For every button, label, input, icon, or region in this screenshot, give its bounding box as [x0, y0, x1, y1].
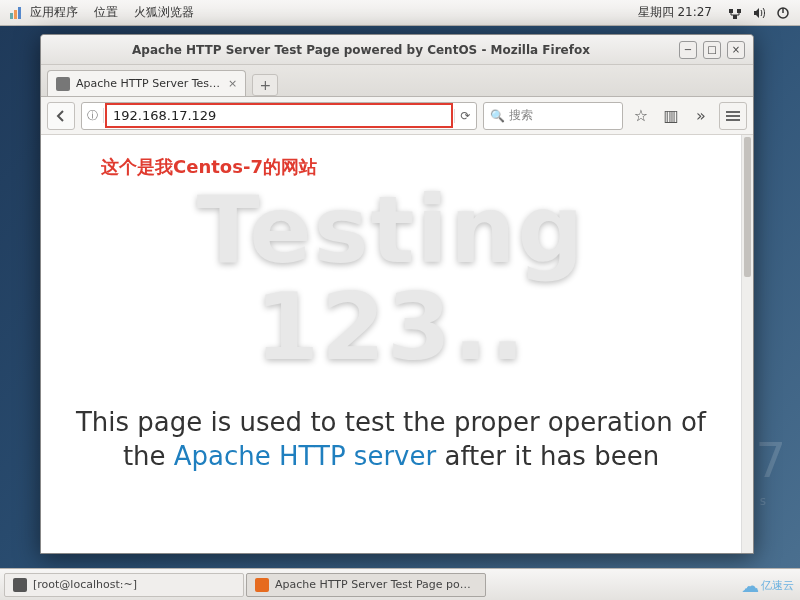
- annotation-text: 这个是我Centos-7的网站: [101, 155, 721, 179]
- task-terminal[interactable]: [root@localhost:~]: [4, 573, 244, 597]
- tab-bar: Apache HTTP Server Tes… × +: [41, 65, 753, 97]
- url-input[interactable]: [105, 103, 453, 128]
- desktop: 7 os Apache HTTP Server Test Page powere…: [0, 26, 800, 568]
- browser-tab[interactable]: Apache HTTP Server Tes… ×: [47, 70, 246, 96]
- window-title: Apache HTTP Server Test Page powered by …: [49, 43, 673, 57]
- svg-rect-2: [18, 7, 21, 19]
- network-icon[interactable]: [726, 6, 744, 20]
- content-area: 这个是我Centos-7的网站 Testing 123.. This page …: [41, 135, 753, 553]
- new-tab-button[interactable]: +: [252, 74, 278, 96]
- menu-places[interactable]: 位置: [94, 4, 118, 21]
- search-box[interactable]: 🔍 搜索: [483, 102, 623, 130]
- volume-icon[interactable]: [750, 6, 768, 20]
- tab-close-icon[interactable]: ×: [228, 77, 237, 90]
- wallpaper-mark: 7: [755, 432, 790, 488]
- nav-toolbar: ⓘ ⟳ 🔍 搜索 ☆ ▥ »: [41, 97, 753, 135]
- hero-heading: Testing 123..: [61, 183, 721, 376]
- cloud-icon: ☁: [741, 575, 759, 596]
- back-button[interactable]: [47, 102, 75, 130]
- search-icon: 🔍: [490, 109, 505, 123]
- svg-rect-4: [737, 9, 741, 13]
- overflow-icon[interactable]: »: [689, 104, 713, 128]
- terminal-icon: [13, 578, 27, 592]
- url-bar[interactable]: ⓘ ⟳: [81, 102, 477, 130]
- search-placeholder: 搜索: [509, 107, 533, 124]
- intro-paragraph: This page is used to test the proper ope…: [61, 406, 721, 474]
- library-icon[interactable]: ▥: [659, 104, 683, 128]
- firefox-icon: [255, 578, 269, 592]
- activities-icon[interactable]: [8, 5, 24, 21]
- minimize-button[interactable]: −: [679, 41, 697, 59]
- watermark-logo: ☁ 亿速云: [741, 575, 794, 596]
- tab-label: Apache HTTP Server Tes…: [76, 77, 220, 90]
- page-body: 这个是我Centos-7的网站 Testing 123.. This page …: [41, 135, 741, 553]
- bottom-taskbar: [root@localhost:~] Apache HTTP Server Te…: [0, 568, 800, 600]
- svg-rect-1: [14, 10, 17, 19]
- scroll-thumb[interactable]: [744, 137, 751, 277]
- menu-button[interactable]: [719, 102, 747, 130]
- menu-applications[interactable]: 应用程序: [30, 4, 78, 21]
- task-firefox[interactable]: Apache HTTP Server Test Page po…: [246, 573, 486, 597]
- clock[interactable]: 星期四 21:27: [638, 4, 712, 21]
- site-info-icon[interactable]: ⓘ: [82, 108, 104, 123]
- bookmark-star-icon[interactable]: ☆: [629, 104, 653, 128]
- reload-icon[interactable]: ⟳: [454, 109, 476, 123]
- power-icon[interactable]: [774, 6, 792, 20]
- svg-rect-0: [10, 13, 13, 19]
- close-button[interactable]: ×: [727, 41, 745, 59]
- favicon-icon: [56, 77, 70, 91]
- gnome-topbar: 应用程序 位置 火狐浏览器 星期四 21:27: [0, 0, 800, 26]
- maximize-button[interactable]: □: [703, 41, 721, 59]
- menu-firefox[interactable]: 火狐浏览器: [134, 4, 194, 21]
- apache-link[interactable]: Apache HTTP server: [174, 441, 436, 471]
- svg-rect-3: [729, 9, 733, 13]
- scrollbar[interactable]: [741, 135, 753, 553]
- firefox-window: Apache HTTP Server Test Page powered by …: [40, 34, 754, 554]
- titlebar[interactable]: Apache HTTP Server Test Page powered by …: [41, 35, 753, 65]
